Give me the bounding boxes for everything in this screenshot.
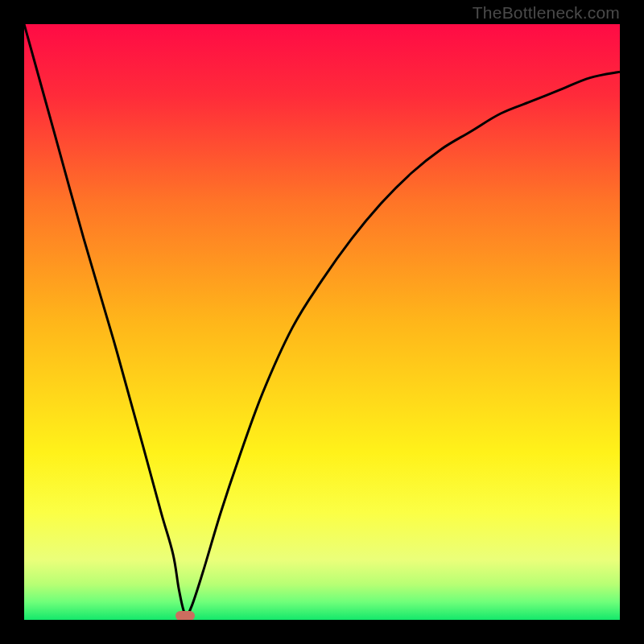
watermark-text: TheBottleneck.com bbox=[473, 3, 620, 23]
plot-area bbox=[24, 24, 620, 620]
bottleneck-curve bbox=[24, 24, 620, 620]
optimal-marker bbox=[175, 611, 195, 620]
chart-frame: TheBottleneck.com bbox=[0, 0, 644, 644]
